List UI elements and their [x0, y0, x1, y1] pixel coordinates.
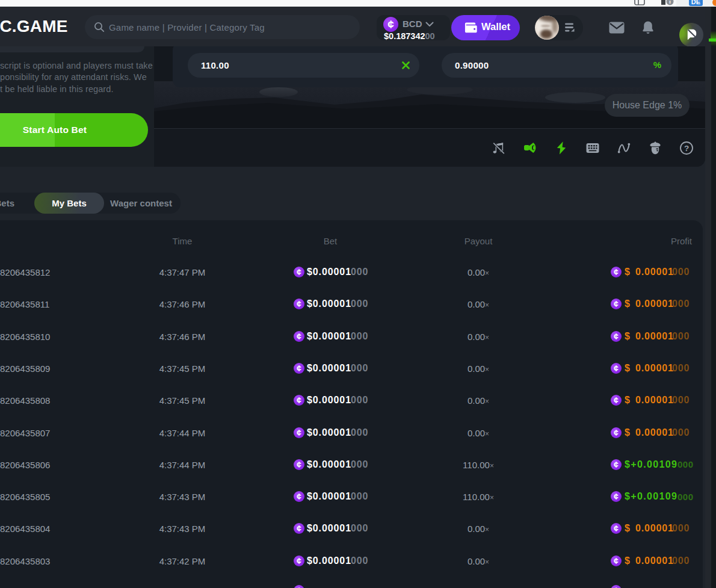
svg-text:?: ?: [684, 144, 689, 153]
svg-text:i: i: [669, 0, 671, 5]
